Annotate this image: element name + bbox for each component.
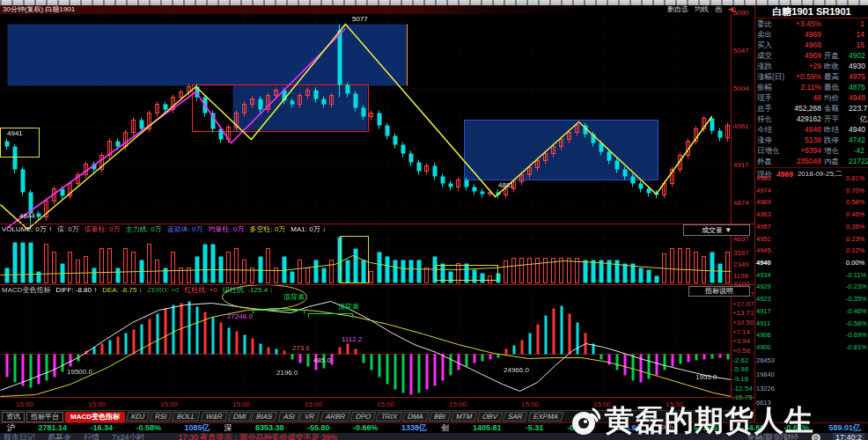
quote-row: 成交4969开盘4902 bbox=[755, 50, 868, 61]
quote-label-2: 开盘 bbox=[824, 50, 849, 61]
tab-indicator-mtm[interactable]: MTM bbox=[451, 412, 478, 422]
quote-label: 委比 bbox=[757, 18, 789, 29]
volume-type-selector[interactable]: 成交量 ▼ bbox=[683, 224, 750, 236]
time-axis-label: 15:00 bbox=[232, 400, 250, 408]
ticker-item-股市日记[interactable]: 股市日记 bbox=[4, 433, 35, 440]
tick-price-label: 4945 bbox=[756, 247, 771, 254]
tick-price-label: 4934 bbox=[756, 272, 771, 279]
tick-price-label: 4923 bbox=[756, 296, 771, 303]
tick-pct-label: -0.35% bbox=[846, 296, 867, 303]
ma-toggle-button[interactable]: 均线 bbox=[695, 5, 709, 14]
tick-vol-label: 26453 bbox=[756, 357, 775, 364]
instrument-title: 白糖1901 SR1901 bbox=[755, 5, 868, 18]
quote-row: 持仓429162开平 bbox=[755, 114, 868, 124]
quote-value: 2.11% bbox=[789, 82, 824, 92]
quote-label-2 bbox=[824, 18, 849, 29]
current-price-value: 4969 bbox=[776, 169, 793, 180]
index-change: -16.34 bbox=[90, 423, 113, 433]
tick-pct-label: -0.46% bbox=[846, 308, 867, 315]
tab-indicator-dma[interactable]: DMA bbox=[402, 412, 430, 422]
quote-value: +0.59% bbox=[789, 71, 824, 82]
quote-value: 4968 bbox=[789, 40, 824, 50]
tab-indicator-asi[interactable]: ASI bbox=[277, 412, 300, 422]
macd-axis-label: -2.62 bbox=[732, 356, 748, 364]
quote-value: 4969 bbox=[789, 50, 824, 61]
quote-label-2: 跌停 bbox=[824, 135, 849, 145]
quote-value-2: 4930 bbox=[849, 61, 868, 71]
quote-row: 卖出496914 bbox=[755, 29, 868, 40]
ticker-news[interactable]: 17:30 夜盘提示：部分品种竞价成交不足 39% bbox=[179, 433, 338, 440]
ticker-item-行情[interactable]: 行情 bbox=[84, 433, 99, 440]
macd-header-item: ZERO: +0 bbox=[148, 286, 180, 295]
main-chart-canvas[interactable] bbox=[0, 14, 754, 399]
quote-value-2: 1 bbox=[849, 18, 867, 29]
volume-header-item: 蓝箱体: 0万 bbox=[167, 225, 203, 234]
tick-price-label: 4963 bbox=[756, 211, 771, 218]
quote-value-2: -42 bbox=[849, 145, 867, 156]
macd-annotation: 顶背离 bbox=[283, 293, 305, 301]
bottom-tab-指标平台[interactable]: 指标平台 bbox=[26, 412, 63, 422]
tick-price-label: 4974 bbox=[756, 187, 771, 194]
ticker-item-易基金[interactable]: 易基金 bbox=[48, 433, 71, 440]
tab-indicator-vr[interactable]: VR bbox=[299, 412, 320, 422]
tab-active-indicator[interactable]: MACD变色指标 bbox=[65, 412, 125, 422]
macd-axis-label: +10.50 bbox=[732, 319, 754, 326]
tab-indicator-obv[interactable]: OBV bbox=[477, 412, 504, 422]
ticker-clock: 17:40:2 bbox=[833, 433, 864, 440]
index-group: 深8353.38-55.80-0.66%1338亿 bbox=[217, 423, 435, 433]
tick-pct-label: -0.58% bbox=[846, 320, 867, 327]
tick-pct-label: 0.35% bbox=[846, 224, 864, 231]
index-value: 1405.81 bbox=[473, 423, 502, 433]
quote-label: 持仓 bbox=[757, 114, 789, 124]
tab-indicator-kdj[interactable]: KDJ bbox=[126, 412, 151, 422]
indicator-help-button[interactable]: 指标说明 bbox=[688, 286, 750, 297]
tab-indicator-boll[interactable]: BOLL bbox=[172, 412, 201, 422]
tab-indicator-arbr[interactable]: ARBR bbox=[320, 412, 350, 422]
quote-row: 买入496815 bbox=[755, 40, 868, 50]
tab-indicator-dmi[interactable]: DMI bbox=[227, 412, 251, 422]
quote-value-2 bbox=[849, 114, 867, 124]
macd-annotation: 2196.0 bbox=[276, 369, 298, 377]
index-value: 2781.14 bbox=[38, 423, 67, 433]
price-annotation: 4941 bbox=[7, 129, 23, 137]
tab-indicator-rsi[interactable]: RSI bbox=[150, 412, 173, 422]
quote-value: 429162 bbox=[789, 114, 824, 124]
time-axis-label: 15:00 bbox=[16, 400, 33, 408]
main-price-axis-label: 4917 bbox=[733, 161, 749, 169]
quote-label: 振幅 bbox=[757, 82, 789, 92]
tick-pct-label: -0.23% bbox=[846, 283, 867, 290]
price-annotation: 4844 bbox=[19, 212, 35, 220]
quote-value: +3.45% bbox=[789, 18, 824, 29]
macd-header-item: DEA: -8.75 ↓ bbox=[102, 286, 142, 295]
macd-annotation: 19500.0 bbox=[67, 368, 92, 376]
volume-axis-label: 4697 bbox=[733, 235, 749, 243]
tab-indicator-expma[interactable]: EXPMA bbox=[527, 412, 563, 422]
draw-tool-button[interactable]: 画 bbox=[715, 5, 722, 14]
macd-annotation: 273.6 bbox=[292, 344, 310, 352]
tab-indicator-trix[interactable]: TRIX bbox=[376, 412, 403, 422]
time-axis-label: 15:00 bbox=[449, 400, 467, 408]
bottom-tab-资讯[interactable]: 资讯 bbox=[2, 412, 25, 422]
macd-annotation: 27248.0 bbox=[227, 312, 253, 320]
remove-watchlist-button[interactable]: 删自选 bbox=[667, 5, 688, 14]
macd-header-item: 红柱线: +0 bbox=[184, 286, 217, 295]
macd-annotation: 顶背离 bbox=[338, 303, 359, 311]
macd-axis-label: -5.98 bbox=[732, 365, 748, 373]
index-amount: 1085亿 bbox=[184, 423, 210, 433]
volume-header-item: 均量柱: 0万 bbox=[209, 225, 245, 234]
tab-indicator-bias[interactable]: BIAS bbox=[251, 412, 278, 422]
tick-pct-label: 0.12% bbox=[846, 247, 864, 254]
quote-label-2: 最低 bbox=[824, 82, 849, 92]
macd-axis-label: +7.14 bbox=[732, 328, 750, 336]
tab-indicator-sar[interactable]: SAR bbox=[503, 412, 528, 422]
ticker-item-7x24小时[interactable]: 7x24小时 bbox=[112, 433, 145, 440]
index-amount: 1338亿 bbox=[401, 423, 427, 433]
quote-value: +6394 bbox=[789, 145, 824, 156]
quote-value: 5138 bbox=[789, 135, 824, 145]
tab-indicator-wr[interactable]: W&R bbox=[201, 412, 228, 422]
volume-header-item: 倍量柱: 0万 bbox=[85, 225, 121, 234]
volume-header-item: 主力线: 0万 bbox=[126, 225, 162, 234]
macd-axis-label: +17.07 bbox=[732, 300, 754, 308]
tab-indicator-dpo[interactable]: DPO bbox=[349, 412, 376, 422]
tab-indicator-bbi[interactable]: BBI bbox=[429, 412, 452, 422]
